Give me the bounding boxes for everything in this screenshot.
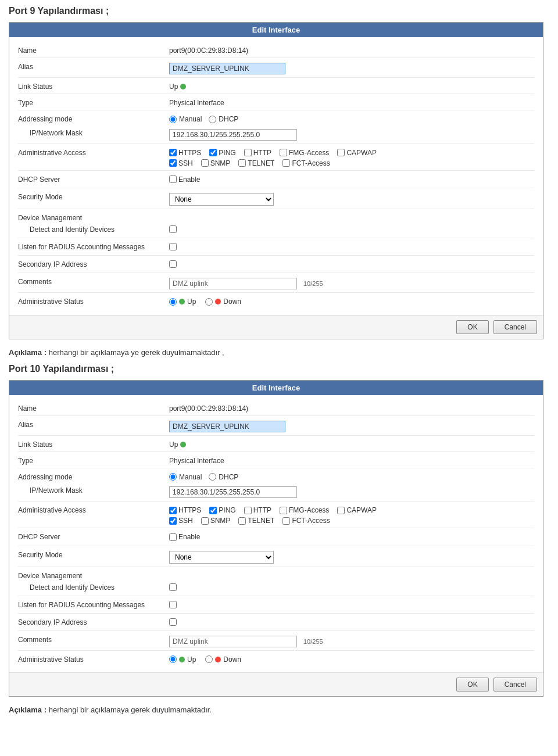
port9-radius-checkbox[interactable]: [169, 243, 177, 250]
port10-check-https[interactable]: HTTPS: [169, 506, 201, 514]
port9-admin-access-row: Administrative Access HTTPS PING HTTP FM…: [18, 144, 534, 171]
port9-ok-button[interactable]: OK: [456, 320, 488, 334]
port9-form-body: Name port9(00:0C:29:83:D8:14) Alias Link…: [9, 37, 543, 315]
port9-check-http[interactable]: HTTP: [244, 149, 271, 157]
port10-check-snmp[interactable]: SNMP: [201, 517, 231, 525]
port10-radio-manual[interactable]: Manual: [169, 473, 202, 481]
port9-dhcp-enable-label: Enable: [178, 175, 200, 184]
port9-alias-input[interactable]: [169, 63, 285, 74]
port9-security-select-wrap[interactable]: None: [169, 191, 534, 206]
port9-status-down-option[interactable]: Down: [205, 298, 241, 306]
port9-secondary-ip-label: Secondary IP Address: [18, 259, 169, 268]
port10-radius-check-wrap[interactable]: [169, 599, 534, 610]
port9-check-ping[interactable]: PING: [209, 149, 235, 157]
port10-addressing-inner: Addressing mode Manual DHCP: [18, 471, 534, 483]
port10-status-up-radio[interactable]: [169, 655, 177, 663]
port10-radio-manual-input[interactable]: [169, 473, 177, 481]
port10-status-up-dot: [179, 657, 185, 662]
port9-detect-checkbox[interactable]: [169, 225, 177, 233]
port10-comments-label: Comments: [18, 634, 169, 644]
port10-check-ssh[interactable]: SSH: [169, 517, 193, 525]
port10-comments-input[interactable]: [169, 636, 297, 647]
port9-check-fct[interactable]: FCT-Access: [282, 159, 330, 167]
port10-check-capwap[interactable]: CAPWAP: [337, 506, 377, 514]
port9-detect-check-wrap[interactable]: [169, 224, 534, 235]
port9-check-ssh[interactable]: SSH: [169, 159, 193, 167]
port10-addressing-radio-group: Manual DHCP: [169, 473, 238, 481]
port10-security-select-wrap[interactable]: None: [169, 549, 534, 564]
port9-dhcp-enable[interactable]: Enable: [169, 174, 534, 185]
port10-secondary-ip-checkbox[interactable]: [169, 618, 177, 626]
port10-cancel-button[interactable]: Cancel: [493, 678, 537, 691]
port9-addressing-label: Addressing mode: [18, 113, 169, 125]
port9-detect-row: Detect and Identify Devices: [18, 224, 534, 235]
port9-radio-manual[interactable]: Manual: [169, 115, 202, 123]
port10-radius-checkbox[interactable]: [169, 601, 177, 608]
port9-security-select[interactable]: None: [169, 193, 274, 206]
port10-detect-check-wrap[interactable]: [169, 582, 534, 593]
port9-radius-check-wrap[interactable]: [169, 241, 534, 252]
port9-radio-dhcp-label: DHCP: [219, 115, 238, 123]
port9-ip-input[interactable]: [169, 129, 297, 141]
port10-radio-dhcp[interactable]: DHCP: [209, 473, 238, 481]
port9-status-up-dot: [179, 299, 185, 304]
port9-check-snmp[interactable]: SNMP: [201, 159, 231, 167]
port9-radio-dhcp-input[interactable]: [209, 116, 216, 123]
port10-check-ping[interactable]: PING: [209, 506, 235, 514]
port10-admin-status-group: Up Down: [169, 655, 241, 664]
port10-detect-checkbox[interactable]: [169, 583, 177, 591]
port9-admin-status-options: Up Down: [169, 296, 534, 307]
port9-ip-field-wrap[interactable]: [169, 127, 534, 141]
port9-device-mgmt-label: Device Management: [18, 212, 169, 222]
port10-check-telnet[interactable]: TELNET: [238, 517, 274, 525]
port10-check-fct[interactable]: FCT-Access: [282, 517, 330, 525]
port9-secondary-ip-checkbox[interactable]: [169, 260, 177, 268]
explanation2: Açıklama : herhangi bir açıklamaya gerek…: [9, 705, 549, 714]
port10-ip-field-wrap[interactable]: [169, 485, 534, 498]
port9-addressing-radio-group: Manual DHCP: [169, 115, 238, 123]
port10-alias-input[interactable]: [169, 421, 285, 432]
port10-interface-header: Edit Interface: [9, 381, 543, 395]
port10-access-row1: HTTPS PING HTTP FMG-Access CAPWAP: [169, 506, 534, 514]
port10-status-down-radio[interactable]: [205, 655, 213, 663]
port9-secondary-ip-check-wrap[interactable]: [169, 259, 534, 270]
port9-status-up-label: Up: [187, 298, 196, 306]
port10-dhcp-enable-check[interactable]: Enable: [169, 533, 200, 541]
port9-security-label: Security Mode: [18, 191, 169, 201]
port10-status-up-option[interactable]: Up: [169, 655, 196, 664]
port9-alias-value[interactable]: [169, 61, 534, 74]
port9-device-mgmt-row: Device Management Detect and Identify De…: [18, 209, 534, 238]
port10-ok-button[interactable]: OK: [456, 678, 488, 691]
port10-radio-dhcp-input[interactable]: [209, 473, 216, 481]
port9-radio-manual-input[interactable]: [169, 116, 177, 123]
port9-title: Port 9 Yapılandırması ;: [9, 6, 549, 16]
port9-status-up-option[interactable]: Up: [169, 298, 196, 306]
port9-check-capwap[interactable]: CAPWAP: [337, 149, 377, 157]
port10-dhcp-enable[interactable]: Enable: [169, 531, 534, 543]
port9-dhcp-checkbox[interactable]: [169, 175, 177, 183]
port9-dhcp-row: DHCP Server Enable: [18, 171, 534, 189]
port9-check-telnet[interactable]: TELNET: [238, 159, 274, 167]
port9-ip-label: IP/Network Mask: [18, 127, 169, 141]
port9-comments-input[interactable]: [169, 278, 297, 289]
port10-alias-value[interactable]: [169, 419, 534, 432]
port9-interface-header: Edit Interface: [9, 23, 543, 37]
port10-addressing-row: Addressing mode Manual DHCP: [18, 468, 534, 502]
port10-check-fmg[interactable]: FMG-Access: [280, 506, 329, 514]
port9-radio-dhcp[interactable]: DHCP: [209, 115, 238, 123]
port9-dhcp-enable-check[interactable]: Enable: [169, 175, 200, 184]
port10-dhcp-checkbox[interactable]: [169, 533, 177, 541]
port10-ip-input[interactable]: [169, 486, 297, 498]
port10-status-down-option[interactable]: Down: [205, 655, 241, 664]
port10-device-mgmt-row: Device Management Detect and Identify De…: [18, 567, 534, 596]
port9-type-row: Type Physical Interface: [18, 94, 534, 110]
port9-check-https[interactable]: HTTPS: [169, 149, 201, 157]
port10-check-http[interactable]: HTTP: [244, 506, 271, 514]
port9-status-down-radio[interactable]: [205, 298, 213, 306]
port9-status-up-radio[interactable]: [169, 298, 177, 306]
port9-cancel-button[interactable]: Cancel: [493, 320, 537, 334]
port10-security-select[interactable]: None: [169, 551, 274, 564]
port9-access-row2: SSH SNMP TELNET FCT-Access: [169, 159, 534, 167]
port10-secondary-ip-check-wrap[interactable]: [169, 617, 534, 628]
port9-check-fmg[interactable]: FMG-Access: [280, 149, 329, 157]
